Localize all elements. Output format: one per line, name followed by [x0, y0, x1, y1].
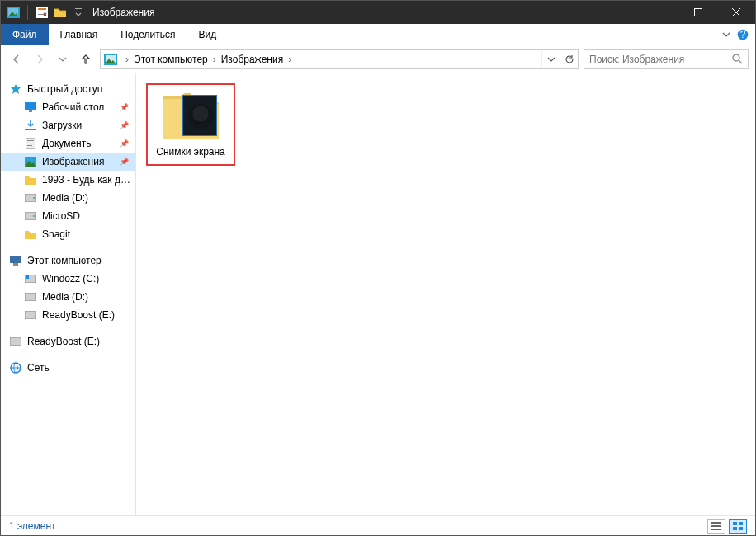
pin-icon: 📌: [120, 121, 135, 129]
svg-rect-8: [75, 8, 82, 9]
navigation-pane[interactable]: Быстрый доступ Рабочий стол 📌 Загрузки 📌…: [1, 73, 136, 515]
quick-access-icon: [9, 82, 22, 96]
svg-marker-18: [11, 84, 21, 94]
search-box[interactable]: [584, 49, 749, 69]
window-controls: [641, 1, 755, 24]
chevron-right-icon[interactable]: ›: [122, 54, 132, 65]
tree-item-desktop[interactable]: Рабочий стол 📌: [1, 98, 135, 116]
network-icon: [9, 361, 22, 374]
svg-rect-38: [10, 337, 21, 346]
drive-icon: [9, 335, 22, 348]
svg-rect-44: [739, 522, 743, 525]
svg-rect-23: [27, 140, 34, 141]
svg-text:?: ?: [740, 29, 746, 40]
tree-item-downloads[interactable]: Загрузки 📌: [1, 116, 135, 134]
separator: [27, 5, 28, 20]
search-icon[interactable]: [732, 54, 743, 64]
this-pc-node[interactable]: Этот компьютер: [1, 252, 135, 270]
folder-qat-icon[interactable]: [53, 5, 68, 20]
svg-rect-43: [733, 522, 737, 525]
tree-item-windozz-c[interactable]: Windozz (C:): [1, 270, 135, 288]
recent-dropdown-icon[interactable]: [54, 50, 72, 68]
folder-item-screenshots[interactable]: Снимки экрана: [146, 83, 235, 166]
svg-point-29: [33, 197, 35, 199]
forward-button[interactable]: [31, 50, 49, 68]
desktop-icon: [24, 101, 37, 114]
address-dropdown-icon[interactable]: [541, 50, 560, 68]
svg-rect-5: [38, 8, 46, 10]
close-button[interactable]: [717, 1, 755, 24]
svg-rect-45: [733, 527, 737, 530]
refresh-button[interactable]: [560, 50, 578, 68]
properties-icon[interactable]: [35, 5, 50, 20]
pin-icon: 📌: [120, 103, 135, 111]
address-bar[interactable]: › Этот компьютер › Изображения ›: [100, 49, 579, 69]
svg-rect-32: [10, 256, 21, 263]
status-bar: 1 элемент: [1, 515, 755, 535]
svg-rect-40: [711, 522, 721, 524]
folder-item-label: Снимки экрана: [156, 146, 225, 158]
svg-rect-33: [13, 263, 18, 266]
svg-rect-9: [656, 12, 664, 12]
tree-item-media-d-2[interactable]: Media (D:): [1, 288, 135, 306]
svg-rect-42: [711, 529, 721, 530]
pictures-location-icon: [102, 51, 119, 68]
pin-icon: 📌: [120, 139, 135, 148]
tab-share[interactable]: Поделиться: [109, 24, 187, 45]
folder-icon: [24, 228, 37, 241]
folder-icon: [24, 173, 37, 186]
tree-item-pictures[interactable]: Изображения 📌: [1, 153, 135, 171]
drive-icon: [24, 290, 37, 303]
svg-point-16: [733, 54, 739, 61]
content-area[interactable]: Снимки экрана: [136, 73, 755, 515]
svg-rect-36: [25, 293, 36, 301]
this-pc-icon: [9, 254, 22, 267]
tree-item-media-d[interactable]: Media (D:): [1, 189, 135, 207]
up-button[interactable]: [77, 50, 95, 68]
chevron-right-icon[interactable]: ›: [210, 54, 220, 65]
status-text: 1 элемент: [9, 520, 56, 532]
tree-item-folder-1993[interactable]: 1993 - Будь как дома: [1, 171, 135, 189]
svg-line-17: [739, 60, 742, 63]
drive-icon: [24, 209, 37, 223]
breadcrumb-pictures[interactable]: Изображения: [220, 50, 285, 68]
svg-rect-20: [29, 110, 32, 112]
drive-icon: [24, 191, 37, 205]
tree-item-microsd[interactable]: MicroSD: [1, 207, 135, 225]
view-icons-button[interactable]: [729, 519, 747, 534]
network-node[interactable]: Сеть: [1, 359, 135, 377]
view-details-button[interactable]: [707, 519, 725, 534]
pictures-app-icon: [6, 5, 21, 20]
quick-access-node[interactable]: Быстрый доступ: [1, 80, 135, 98]
tab-home[interactable]: Главная: [49, 24, 110, 45]
tab-view[interactable]: Вид: [187, 24, 228, 45]
svg-rect-35: [26, 275, 29, 279]
svg-rect-10: [695, 9, 702, 16]
svg-rect-41: [711, 525, 721, 527]
search-input[interactable]: [589, 54, 732, 65]
ribbon-expand-icon[interactable]: [722, 31, 730, 39]
svg-rect-25: [27, 145, 32, 146]
tab-file[interactable]: Файл: [1, 24, 49, 45]
pin-icon: 📌: [120, 158, 135, 166]
tree-item-readyboost-extra[interactable]: ReadyBoost (E:): [1, 332, 135, 350]
documents-icon: [24, 137, 37, 150]
minimize-button[interactable]: [641, 1, 679, 24]
tree-item-readyboost-e[interactable]: ReadyBoost (E:): [1, 306, 135, 324]
ribbon-tabs: Файл Главная Поделиться Вид ?: [1, 24, 755, 45]
qat-dropdown-icon[interactable]: [71, 5, 86, 20]
chevron-right-icon[interactable]: ›: [285, 54, 295, 65]
svg-point-31: [33, 215, 35, 217]
title-bar: Изображения: [1, 1, 755, 24]
help-icon[interactable]: ?: [737, 29, 749, 40]
maximize-button[interactable]: [679, 1, 717, 24]
downloads-icon: [24, 119, 37, 132]
breadcrumb-this-pc[interactable]: Этот компьютер: [132, 50, 210, 68]
svg-rect-24: [27, 143, 34, 143]
tree-item-snagit[interactable]: Snagit: [1, 225, 135, 243]
tree-item-documents[interactable]: Документы 📌: [1, 134, 135, 153]
svg-rect-46: [739, 527, 743, 530]
quick-access-label: Быстрый доступ: [27, 83, 102, 95]
drive-icon: [24, 272, 37, 285]
back-button[interactable]: [7, 50, 26, 68]
